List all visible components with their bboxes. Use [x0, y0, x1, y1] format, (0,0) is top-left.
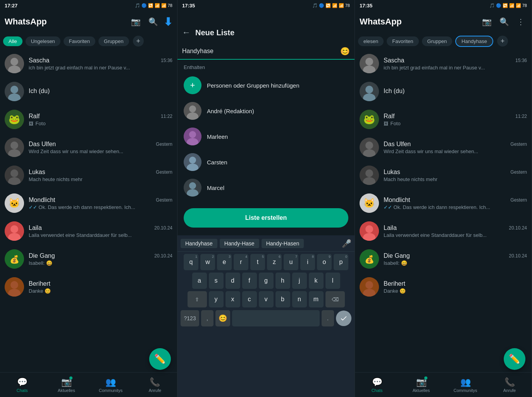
key-k[interactable]: k: [309, 273, 324, 289]
filter-tab-ungelesen-right[interactable]: elesen: [358, 36, 384, 46]
search-icon-left[interactable]: 🔍: [146, 15, 160, 29]
contact-marcel[interactable]: Marcel: [177, 175, 355, 200]
nav-communitys-right[interactable]: 👥 Communitys: [443, 375, 487, 395]
search-input-middle[interactable]: [182, 48, 337, 55]
emoji-button-middle[interactable]: 😊: [340, 47, 350, 56]
key-n[interactable]: n: [292, 291, 307, 307]
filter-tab-favoriten[interactable]: Favoriten: [64, 36, 95, 46]
nav-chats-right[interactable]: 💬 Chats: [355, 375, 399, 395]
more-icon-right[interactable]: ⋮: [515, 15, 527, 29]
chat-info-ralf-right: Ralf11:22 🖼 Foto: [384, 113, 527, 126]
suggestion-handyhase[interactable]: Handyhase: [181, 239, 217, 248]
chat-item-das-ulfen-right[interactable]: Das UlfenGestern Wird Zeit dass wir uns …: [355, 133, 532, 161]
key-o[interactable]: 9o: [317, 254, 332, 270]
key-u[interactable]: 7u: [284, 254, 298, 270]
key-x[interactable]: x: [226, 291, 240, 307]
key-m[interactable]: m: [309, 291, 324, 307]
key-t[interactable]: 5t: [250, 254, 265, 270]
avatar-ich-right: [360, 82, 379, 101]
chat-item-lukas[interactable]: LukasGestern Mach heute nichts mehr: [0, 161, 177, 189]
svg-text:🐸: 🐸: [9, 114, 20, 125]
key-g[interactable]: g: [259, 273, 274, 289]
camera-icon-right[interactable]: 📷: [480, 15, 494, 29]
key-shift[interactable]: ⇧: [188, 291, 207, 307]
chat-item-ralf[interactable]: 🐸 Ralf11:22 🖼 Foto: [0, 105, 177, 133]
filter-tab-gruppen-right[interactable]: Gruppen: [422, 36, 453, 46]
chat-item-laila[interactable]: Laila20.10.24 Laila verwendet eine Stand…: [0, 217, 177, 245]
chat-item-die-gang[interactable]: 💰 Die Gang20.10.24 Isabell: 😄: [0, 245, 177, 273]
aktuelles-label-left: Aktuelles: [58, 388, 75, 393]
key-l[interactable]: l: [325, 273, 340, 289]
nav-chats-left[interactable]: 💬 Chats: [0, 375, 44, 395]
chat-item-mondlicht[interactable]: 🐱 MondlichtGestern ✓✓ Ok. Das werde ich …: [0, 189, 177, 217]
chat-item-ralf-right[interactable]: 🐸 Ralf11:22 🖼 Foto: [355, 105, 532, 133]
key-space[interactable]: [232, 310, 320, 326]
key-b[interactable]: b: [275, 291, 290, 307]
key-p[interactable]: 0p: [334, 254, 348, 270]
chat-item-sascha[interactable]: Sascha15:36 ich bin jetzt grad einfach m…: [0, 50, 177, 78]
suggestion-handy-hasen[interactable]: Handy-Hasen: [262, 239, 304, 248]
svg-point-28: [189, 131, 196, 138]
nav-communitys-left[interactable]: 👥 Communitys: [89, 375, 133, 395]
nav-aktuelles-left[interactable]: 📷 Aktuelles: [44, 375, 88, 395]
app-title-right: WhatsApp: [360, 17, 477, 27]
fab-right[interactable]: ✏️: [504, 348, 525, 370]
contact-carsten[interactable]: Carsten: [177, 149, 355, 175]
filter-tab-gruppen[interactable]: Gruppen: [98, 36, 129, 46]
chat-item-lukas-right[interactable]: LukasGestern Mach heute nichts mehr: [355, 161, 532, 189]
liste-erstellen-button[interactable]: Liste erstellen: [184, 208, 348, 228]
avatar-lukas: [5, 166, 24, 185]
chat-item-berihert[interactable]: Berihert Danke 😊: [0, 273, 177, 301]
key-comma[interactable]: ,: [201, 310, 213, 326]
chat-item-ich[interactable]: Ich (du): [0, 78, 177, 105]
key-s[interactable]: s: [209, 273, 224, 289]
key-r[interactable]: 4r: [234, 254, 248, 270]
key-c[interactable]: c: [242, 291, 257, 307]
key-period[interactable]: .: [322, 310, 334, 326]
nav-anrufe-right[interactable]: 📞 Anrufe: [487, 375, 532, 395]
status-icons-right: 🎵 🔵 🔁 📶 📶 78: [489, 3, 527, 8]
key-w[interactable]: 2w: [200, 254, 215, 270]
chat-item-das-ulfen[interactable]: Das UlfenGestern Wird Zeit dass wir uns …: [0, 133, 177, 161]
key-y[interactable]: y: [209, 291, 224, 307]
add-persons-row[interactable]: + Personen oder Gruppen hinzufügen: [177, 72, 355, 98]
avatar-die-gang-right: 💰: [360, 249, 379, 269]
chat-item-sascha-right[interactable]: Sascha15:36 ich bin jetzt grad einfach m…: [355, 50, 532, 78]
contact-andre[interactable]: André (Redaktion): [177, 98, 355, 124]
key-backspace[interactable]: ⌫: [325, 291, 345, 307]
fab-left[interactable]: ✏️: [149, 348, 171, 370]
filter-tab-favoriten-right[interactable]: Favoriten: [387, 36, 418, 46]
filter-tab-ungelesen[interactable]: Ungelesen: [26, 36, 60, 46]
key-num[interactable]: ?123: [181, 310, 199, 326]
key-emoji[interactable]: 😊: [215, 310, 230, 326]
filter-add-button-right[interactable]: +: [497, 36, 508, 47]
key-z[interactable]: 6z: [267, 254, 282, 270]
suggestion-handy-hase[interactable]: Handy-Hase: [220, 239, 259, 248]
chat-item-ich-right[interactable]: Ich (du): [355, 78, 532, 105]
key-i[interactable]: 8i: [300, 254, 315, 270]
key-a[interactable]: a: [192, 273, 207, 289]
chat-item-mondlicht-right[interactable]: 🐱 MondlichtGestern ✓✓ Ok. Das werde ich …: [355, 189, 532, 217]
contact-marleen[interactable]: Marleen: [177, 124, 355, 149]
back-button-middle[interactable]: ←: [182, 28, 191, 38]
nav-aktuelles-right[interactable]: 📷 Aktuelles: [399, 375, 443, 395]
aktuelles-icon-right: 📷: [416, 377, 427, 387]
key-j[interactable]: j: [292, 273, 307, 289]
key-confirm[interactable]: [336, 311, 351, 326]
filter-tab-alle[interactable]: Alle: [3, 36, 22, 46]
filter-add-button[interactable]: +: [133, 36, 144, 47]
camera-icon-left[interactable]: 📷: [129, 15, 143, 29]
search-icon-right[interactable]: 🔍: [497, 15, 511, 29]
key-d[interactable]: d: [226, 273, 240, 289]
filter-tab-handyhase[interactable]: Handyhase: [455, 36, 493, 47]
key-q[interactable]: 1q: [184, 254, 198, 270]
nav-anrufe-left[interactable]: 📞 Anrufe: [133, 375, 177, 395]
chat-item-die-gang-right[interactable]: 💰 Die Gang20.10.24 Isabell: 😄: [355, 245, 532, 273]
key-h[interactable]: h: [275, 273, 290, 289]
chat-item-laila-right[interactable]: Laila20.10.24 Laila verwendet eine Stand…: [355, 217, 532, 245]
key-e[interactable]: 3e: [217, 254, 232, 270]
chat-item-berihert-right[interactable]: Berihert Danke 😊: [355, 273, 532, 301]
mic-button[interactable]: 🎤: [342, 239, 351, 248]
key-f[interactable]: f: [242, 273, 257, 289]
key-v[interactable]: v: [259, 291, 274, 307]
